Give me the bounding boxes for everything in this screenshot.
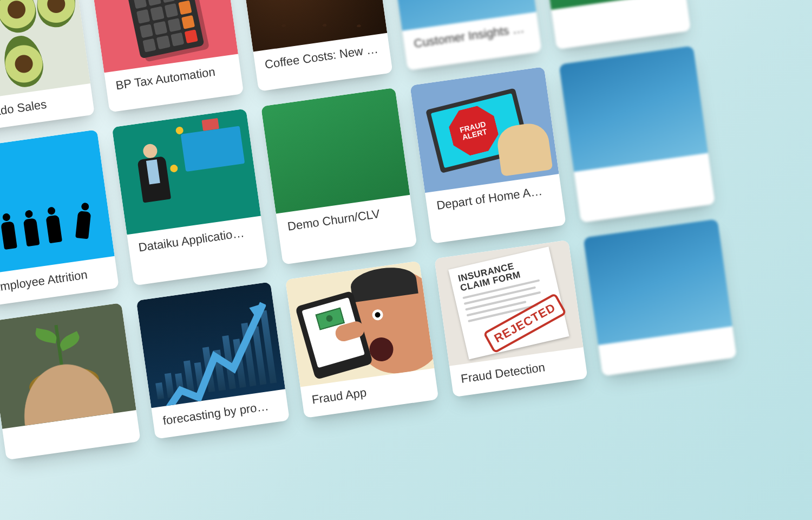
- claim-form-icon: INSURANCE CLAIM FORM REJECTED: [448, 246, 569, 359]
- project-card-forecasting[interactable]: forecasting by pro…: [136, 282, 290, 439]
- project-card-dataiku-application[interactable]: Dataiku Applicatio…: [112, 109, 269, 285]
- project-card-avocado-sales[interactable]: Avocado Sales: [0, 0, 95, 134]
- avocado-icon: [35, 0, 78, 29]
- project-card[interactable]: [536, 0, 691, 50]
- calculator-icon: [123, 0, 205, 59]
- card-thumbnail: [583, 219, 732, 345]
- card-thumbnail: INSURANCE CLAIM FORM REJECTED: [434, 240, 583, 366]
- project-card-employee-attrition[interactable]: Employee Attrition: [0, 130, 119, 307]
- card-thumbnail: [136, 282, 285, 408]
- card-grid: App template reve… Avocado Sales: [0, 0, 737, 481]
- project-card-customer-insights-a[interactable]: Customer Insights …: [387, 0, 542, 71]
- card-thumbnail: [112, 109, 261, 235]
- card-thumbnail: [0, 303, 136, 429]
- presentation-board-icon: [181, 126, 245, 172]
- card-gallery: App template reve… Avocado Sales: [0, 0, 812, 520]
- person-icon: [21, 210, 41, 249]
- project-card-fraud-detection[interactable]: INSURANCE CLAIM FORM REJECTED Fraud Dete…: [434, 240, 588, 398]
- project-card-fraud-app[interactable]: Fraud App: [285, 261, 439, 418]
- person-icon: [0, 212, 19, 252]
- project-card-depart-of-home[interactable]: FRAUD ALERT Depart of Home A…: [410, 67, 566, 243]
- card-thumbnail: [261, 88, 410, 214]
- trend-arrow-icon: [145, 294, 281, 408]
- presenter-icon: [128, 141, 182, 233]
- card-thumbnail: [0, 130, 115, 275]
- project-card-coins[interactable]: [0, 303, 141, 460]
- person-icon: [43, 206, 63, 246]
- project-card-bp-tax[interactable]: BP Tax Automation: [89, 0, 244, 113]
- card-thumbnail: FRAUD ALERT: [410, 67, 559, 193]
- project-card[interactable]: [559, 46, 716, 223]
- person-leaving-icon: [74, 202, 93, 242]
- project-card[interactable]: [583, 219, 737, 376]
- card-thumbnail: [559, 46, 708, 172]
- project-card-demo-churn[interactable]: Demo Churn/CLV: [261, 88, 417, 264]
- avocado-icon: [0, 0, 42, 37]
- project-card-coffee-costs[interactable]: Coffee Costs: New …: [238, 0, 393, 92]
- card-thumbnail: [285, 261, 434, 387]
- avocado-icon: [0, 32, 47, 90]
